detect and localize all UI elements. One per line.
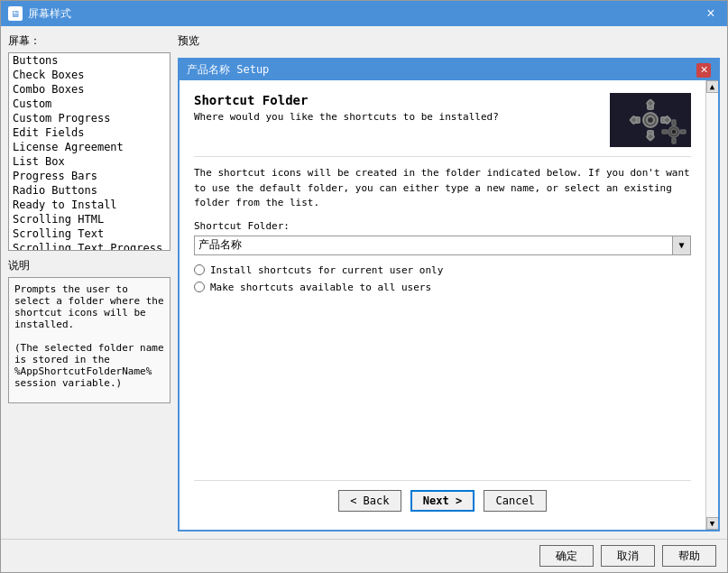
list-item[interactable]: Progress Bars [9,169,170,183]
scroll-track [706,93,718,517]
gear-image [610,93,691,147]
inner-dialog-body: Shortcut Folder Where would you like the… [180,80,718,530]
help-button[interactable]: 帮助 [662,545,716,567]
shortcut-folder-input[interactable] [195,239,672,252]
cancel-bottom-button[interactable]: 取消 [601,545,655,567]
list-item[interactable]: Scrolling HTML [9,212,170,226]
svg-rect-14 [672,138,676,143]
radio-option-all-users[interactable]: Make shortcuts available to all users [194,282,691,293]
list-item[interactable]: Edit Fields [9,125,170,140]
list-item[interactable]: Radio Buttons [9,183,170,198]
dialog-description: The shortcut icons will be created in th… [194,156,691,211]
scroll-down-arrow[interactable]: ▼ [706,517,719,530]
radio-circle-current-user [194,264,205,275]
inner-dialog-scrollbar: ▲ ▼ [705,80,718,530]
shortcut-folder-dropdown-arrow[interactable]: ▼ [672,236,690,254]
list-item[interactable]: License Agreement [9,140,170,154]
scroll-up-arrow[interactable]: ▲ [706,80,719,93]
list-item[interactable]: List Box [9,154,170,169]
inner-dialog-titlebar: 产品名称 Setup ✕ [180,60,718,80]
cancel-button[interactable]: Cancel [484,490,547,512]
preview-label: 预览 [178,33,720,49]
right-panel: 预览 产品名称 Setup ✕ Shortcut Folder Where wo… [178,33,720,531]
window-icon: 🖥 [8,6,23,21]
radio-option-current-user[interactable]: Install shortcuts for current user only [194,264,691,276]
svg-rect-13 [672,120,676,125]
svg-point-12 [671,129,677,134]
radio-label-current-user: Install shortcuts for current user only [210,264,443,276]
inner-dialog-main: Shortcut Folder Where would you like the… [180,80,705,530]
radio-label-all-users: Make shortcuts available to all users [210,282,431,293]
dialog-header-text: Shortcut Folder Where would you like the… [194,93,599,123]
confirm-button[interactable]: 确定 [539,545,594,567]
next-button[interactable]: Next > [410,490,475,512]
list-item[interactable]: Check Boxes [9,68,170,82]
left-panel: 屏幕： ButtonsCheck BoxesCombo BoxesCustomC… [8,33,170,531]
title-bar-title: 屏幕样式 [28,6,71,22]
svg-point-2 [647,116,654,124]
description-section: 说明 Prompts the user to select a folder w… [8,258,170,403]
main-content: 屏幕： ButtonsCheck BoxesCombo BoxesCustomC… [1,26,727,539]
dialog-bottom-buttons: < Back Next > Cancel [194,480,691,517]
gear-svg [613,94,689,146]
inner-dialog-close-button[interactable]: ✕ [696,63,711,78]
dialog-header: Shortcut Folder Where would you like the… [194,93,691,147]
list-item[interactable]: Ready to Install [9,198,170,212]
inner-dialog-title: 产品名称 Setup [187,62,269,78]
window-close-button[interactable]: × [702,5,720,23]
svg-rect-15 [662,130,668,134]
shortcut-folder-combo: ▼ [194,236,691,255]
screen-section: 屏幕： ButtonsCheck BoxesCombo BoxesCustomC… [8,33,170,251]
description-text: Prompts the user to select a folder wher… [8,277,170,403]
screen-label: 屏幕： [8,33,170,49]
dialog-title: Shortcut Folder [194,93,599,107]
dialog-subtitle: Where would you like the shortcuts to be… [194,111,599,123]
list-item[interactable]: Scrolling Text Progress [9,241,170,251]
back-button[interactable]: < Back [338,490,401,512]
list-item[interactable]: Combo Boxes [9,82,170,97]
screen-list[interactable]: ButtonsCheck BoxesCombo BoxesCustomCusto… [8,52,170,251]
list-item[interactable]: Custom Progress [9,111,170,125]
description-label: 说明 [8,258,170,273]
radio-circle-all-users [194,282,205,292]
radio-options: Install shortcuts for current user only … [194,264,691,293]
list-item[interactable]: Buttons [9,53,170,68]
list-item[interactable]: Custom [9,97,170,111]
bottom-bar: 确定 取消 帮助 [1,539,727,572]
shortcut-folder-label: Shortcut Folder: [194,220,691,232]
main-window: 🖥 屏幕样式 × 屏幕： ButtonsCheck BoxesCombo Box… [0,0,728,573]
list-item[interactable]: Scrolling Text [9,226,170,241]
shortcut-folder-section: Shortcut Folder: ▼ [194,220,691,255]
title-bar-left: 🖥 屏幕样式 [8,6,71,22]
svg-rect-16 [680,130,686,134]
title-bar: 🖥 屏幕样式 × [1,1,727,26]
inner-dialog: 产品名称 Setup ✕ Shortcut Folder Where would… [178,58,720,531]
